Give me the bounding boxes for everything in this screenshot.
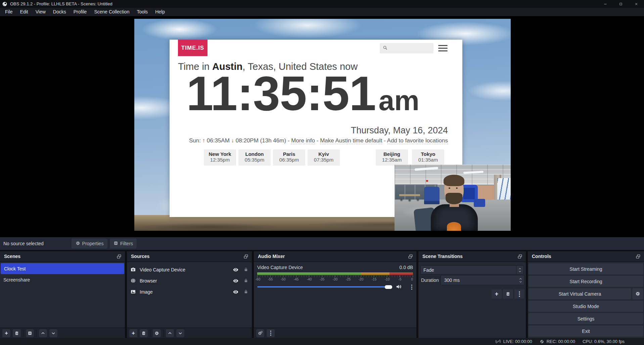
source-status-label: No source selected	[3, 237, 44, 250]
close-button[interactable]	[629, 0, 644, 8]
properties-button[interactable]: Properties	[72, 239, 107, 249]
hamburger-menu-icon	[438, 45, 448, 51]
add-favorite-link: Add to favorite locations	[387, 137, 448, 144]
add-source-button[interactable]: +	[129, 329, 137, 337]
source-context-bar: No source selected Properties Filters	[0, 237, 644, 250]
menu-file[interactable]: File	[1, 8, 16, 16]
scene-transitions-panel: Scene Transitions Fade Duration 300 ms	[418, 251, 526, 338]
transition-kebab-menu-icon[interactable]: ⋮	[514, 289, 524, 299]
live-status: LIVE: 00:00:00	[495, 339, 532, 344]
controls-title: Controls	[532, 254, 636, 259]
scene-item-screenshare[interactable]: Screenshare	[0, 274, 125, 285]
gear-icon	[76, 241, 80, 247]
duration-spinbox[interactable]: 300 ms	[441, 275, 524, 285]
more-info-link: More info	[291, 137, 315, 144]
popout-dock-icon[interactable]	[117, 254, 122, 259]
settings-button[interactable]: Settings	[528, 313, 643, 324]
menu-edit[interactable]: Edit	[16, 8, 32, 16]
record-inactive-icon	[540, 339, 544, 344]
audio-mixer-title: Audio Mixer	[258, 254, 408, 259]
timeis-time: 11:35:51	[186, 69, 376, 118]
menu-bar: File Edit View Docks Profile Scene Colle…	[0, 8, 644, 16]
chevron-up-down-icon	[516, 268, 523, 272]
move-source-up-button[interactable]	[166, 329, 174, 337]
timeis-date: Thursday, May 16, 2024	[351, 125, 448, 136]
image-icon	[130, 289, 140, 295]
scene-filters-button[interactable]	[26, 329, 34, 337]
timeis-logo: TIME.IS	[178, 40, 208, 56]
title-bar: OBS 29.1.2 - Profile: LLHLS BETA - Scene…	[0, 0, 644, 8]
volume-slider[interactable]	[257, 286, 392, 288]
popout-dock-icon[interactable]	[408, 254, 413, 259]
stream-inactive-icon	[495, 339, 501, 344]
filters-button[interactable]: Filters	[110, 239, 137, 249]
add-scene-button[interactable]: +	[2, 329, 10, 337]
add-transition-button[interactable]: +	[492, 289, 502, 299]
timeis-search-input	[380, 43, 433, 53]
source-item-image[interactable]: Image	[127, 286, 252, 297]
move-source-down-button[interactable]	[176, 329, 184, 337]
scene-item-clock-test[interactable]: Clock Test	[1, 263, 124, 274]
globe-icon	[130, 278, 140, 284]
popout-dock-icon[interactable]	[636, 254, 641, 259]
mixer-kebab-menu-icon[interactable]: ⋮	[408, 283, 416, 291]
transition-select[interactable]: Fade	[420, 265, 524, 274]
menu-docks[interactable]: Docks	[49, 8, 70, 16]
exit-button[interactable]: Exit	[528, 326, 643, 337]
mixer-level-db: 0.0 dB	[400, 265, 413, 270]
studio-mode-button[interactable]: Studio Mode	[528, 301, 643, 312]
mixer-menu-kebab-icon[interactable]: ⋮	[267, 329, 275, 337]
scenes-title: Scenes	[4, 254, 117, 259]
timeis-meridiem: am	[378, 86, 419, 115]
menu-profile[interactable]: Profile	[70, 8, 91, 16]
popout-dock-icon[interactable]	[517, 254, 522, 259]
menu-help[interactable]: Help	[151, 8, 169, 16]
start-virtual-camera-button[interactable]: Start Virtual Camera	[528, 288, 631, 299]
menu-view[interactable]: View	[32, 8, 49, 16]
duration-label: Duration	[421, 277, 439, 283]
obs-window: OBS 29.1.2 - Profile: LLHLS BETA - Scene…	[0, 0, 644, 345]
cpu-fps-status: CPU: 0.6%, 30.00 fps	[583, 339, 625, 344]
status-bar: LIVE: 00:00:00 REC: 00:00:00 CPU: 0.6%, …	[0, 338, 644, 345]
search-icon	[382, 45, 388, 52]
maximize-button[interactable]	[613, 0, 629, 8]
visibility-eye-icon[interactable]	[233, 278, 239, 284]
start-streaming-button[interactable]: Start Streaming	[528, 263, 643, 274]
visibility-eye-icon[interactable]	[233, 289, 239, 295]
remove-source-button[interactable]	[140, 329, 148, 337]
menu-scene-collection[interactable]: Scene Collection	[90, 8, 133, 16]
window-title: OBS 29.1.2 - Profile: LLHLS BETA - Scene…	[10, 1, 112, 6]
minimize-button[interactable]	[598, 0, 613, 8]
speaker-icon[interactable]	[396, 284, 402, 291]
lock-icon[interactable]	[243, 267, 248, 272]
controls-panel: Controls Start Streaming Start Recording…	[528, 251, 644, 338]
city-clock-paris: Paris06:35pm	[273, 149, 305, 166]
lock-icon[interactable]	[243, 278, 248, 283]
source-item-browser[interactable]: Browser	[127, 275, 252, 286]
popout-dock-icon[interactable]	[243, 254, 248, 259]
start-recording-button[interactable]: Start Recording	[528, 276, 643, 287]
make-default-link: Make Austin time default	[320, 137, 382, 144]
lock-icon[interactable]	[243, 289, 248, 294]
dock-area: Scenes Clock Test Screenshare + Sources	[0, 250, 644, 338]
source-item-video-capture[interactable]: Video Capture Device	[127, 264, 252, 275]
webcam-overlay	[395, 165, 511, 231]
program-preview[interactable]: TIME.IS Time in Austin, Texas, United St…	[134, 19, 511, 231]
remove-transition-button[interactable]	[503, 289, 513, 299]
move-scene-up-button[interactable]	[39, 329, 47, 337]
advanced-audio-button[interactable]	[256, 329, 264, 337]
chevron-up-down-icon[interactable]	[517, 278, 524, 283]
visibility-eye-icon[interactable]	[233, 267, 239, 273]
camera-icon	[130, 267, 140, 272]
rec-status: REC: 00:00:00	[540, 339, 575, 344]
sources-title: Sources	[131, 254, 243, 259]
remove-scene-button[interactable]	[13, 329, 21, 337]
move-scene-down-button[interactable]	[49, 329, 57, 337]
city-clock-london: London05:35pm	[238, 149, 271, 166]
menu-tools[interactable]: Tools	[133, 8, 151, 16]
mixer-source-name: Video Capture Device	[257, 265, 400, 270]
virtual-camera-settings-button[interactable]	[632, 288, 643, 299]
source-properties-button[interactable]	[153, 329, 161, 337]
timeis-clock: 11:35:51 am	[186, 69, 419, 118]
volume-slider-handle[interactable]	[385, 285, 392, 289]
